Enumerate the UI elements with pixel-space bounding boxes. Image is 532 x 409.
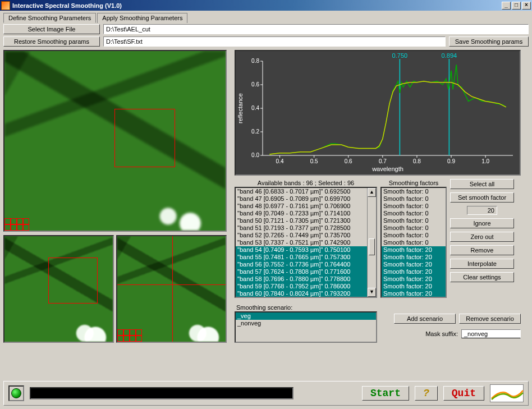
select-image-button[interactable]: Select Image File	[3, 24, 100, 34]
scenario-listbox[interactable]: _veg_nonveg	[235, 311, 377, 343]
scenario-list-item[interactable]: _veg	[236, 313, 376, 320]
band-list-item[interactable]: "band 46 [0.6833 - 0.7017 µm]" 0.692500	[236, 188, 367, 195]
mask-suffix-field[interactable]: _nonveg	[461, 329, 521, 338]
factor-list-item[interactable]: Smooth factor: 20	[382, 254, 446, 261]
band-list-item[interactable]: "band 58 [0.7696 - 0.7880 µm]" 0.778800	[236, 275, 367, 283]
band-list-item[interactable]: "band 48 [0.6977 - 0.7161 µm]" 0.706900	[236, 203, 367, 210]
minimize-button[interactable]: _	[502, 2, 511, 10]
factor-list-item[interactable]: Smooth factor: 0	[382, 203, 446, 210]
add-scenario-button[interactable]: Add scenario	[394, 314, 456, 324]
scenario-header: Smoothing scenario:	[235, 304, 377, 311]
factor-list-item[interactable]: Smooth factor: 20	[382, 283, 446, 290]
svg-text:0.6: 0.6	[251, 81, 259, 88]
tab-strip: Define Smoothing Parameters Apply Smooth…	[3, 13, 529, 23]
status-light-icon	[11, 388, 21, 398]
crosshair-h	[117, 284, 226, 285]
band-list-item[interactable]: "band 57 [0.7624 - 0.7808 µm]" 0.771600	[236, 268, 367, 275]
select-all-button[interactable]: Select all	[450, 179, 514, 189]
save-params-button[interactable]: Save Smoothing params	[449, 36, 529, 47]
start-button[interactable]: Start	[362, 386, 409, 401]
svg-text:0.8: 0.8	[251, 58, 259, 64]
scroll-up-icon[interactable]: ▲	[368, 188, 376, 197]
main-image-preview[interactable]	[3, 50, 227, 232]
svg-text:1.0: 1.0	[481, 158, 489, 164]
band-list-item[interactable]: "band 56 [0.7552 - 0.7736 µm]" 0.764400	[236, 261, 367, 268]
tab-define-smoothing[interactable]: Define Smoothing Parameters	[3, 13, 96, 23]
factor-list-item[interactable]: Smooth factor: 20	[382, 261, 446, 268]
scroll-thumb[interactable]	[369, 238, 375, 255]
help-button[interactable]: ?	[415, 386, 438, 401]
factor-list-item[interactable]: Smooth factor: 20	[382, 290, 446, 297]
ignore-button[interactable]: Ignore	[450, 218, 514, 228]
factor-list-item[interactable]: Smooth factor: 0	[382, 239, 446, 246]
svg-text:0.894: 0.894	[442, 52, 457, 59]
band-list-item[interactable]: "band 52 [0.7265 - 0.7449 µm]" 0.735700	[236, 232, 367, 239]
svg-text:reflectance: reflectance	[237, 93, 244, 123]
factor-list-item[interactable]: Smooth factor: 20	[382, 275, 446, 283]
factor-list-item[interactable]: Smooth factor: 0	[382, 232, 446, 239]
band-list-item[interactable]: "band 55 [0.7481 - 0.7665 µm]" 0.757300	[236, 254, 367, 261]
restore-params-button[interactable]: Restore Smoothing params	[3, 36, 100, 47]
factor-list-item[interactable]: Smooth factor: 0	[382, 217, 446, 224]
clear-settings-button[interactable]: Clear settings	[450, 272, 514, 282]
reflectance-chart[interactable]: 0.40.50.60.70.80.91.00.00.20.40.60.8wave…	[235, 50, 521, 176]
svg-text:wavelength: wavelength	[372, 166, 403, 172]
svg-text:0.2: 0.2	[251, 128, 259, 135]
factor-list-item[interactable]: Smooth factor: 0	[382, 195, 446, 203]
right-column: 0.40.50.60.70.80.91.00.00.20.40.60.8wave…	[235, 50, 521, 343]
svg-text:0.4: 0.4	[251, 105, 259, 111]
selection-box[interactable]	[114, 109, 175, 167]
quit-button[interactable]: Quit	[443, 386, 484, 401]
band-list-item[interactable]: "band 49 [0.7049 - 0.7233 µm]" 0.714100	[236, 210, 367, 217]
set-smooth-button[interactable]: Set smooth factor	[450, 192, 514, 203]
footer-bar: Start ? Quit	[3, 381, 529, 406]
bands-header: Available bands : 96 ; Selected : 96	[235, 179, 377, 187]
bands-scrollbar[interactable]: ▲ ▼	[367, 188, 376, 297]
factors-listbox[interactable]: Smooth factor: 0Smooth factor: 0Smooth f…	[380, 187, 447, 298]
app-icon	[1, 1, 10, 10]
svg-text:0.7: 0.7	[379, 158, 387, 164]
tab-apply-smoothing[interactable]: Apply Smoothing Parameters	[97, 13, 187, 23]
band-list-item[interactable]: "band 59 [0.7768 - 0.7952 µm]" 0.786000	[236, 283, 367, 290]
factor-list-item[interactable]: Smooth factor: 0	[382, 224, 446, 232]
zoom-thumbnail[interactable]	[116, 235, 227, 343]
crosshair-v	[172, 236, 173, 342]
factor-list-item[interactable]: Smooth factor: 20	[382, 268, 446, 275]
remove-scenario-button[interactable]: Remove scenario	[459, 314, 521, 324]
overview-selection-box[interactable]	[48, 258, 98, 304]
svg-text:0.9: 0.9	[447, 158, 455, 164]
scenario-list-item[interactable]: _nonveg	[236, 320, 376, 327]
mask-suffix-label: Mask suffix:	[425, 330, 458, 337]
svg-text:0.4: 0.4	[276, 158, 284, 164]
band-list-item[interactable]: "band 51 [0.7193 - 0.7377 µm]" 0.728500	[236, 224, 367, 232]
corner-grid-icon	[117, 329, 142, 342]
band-list-item[interactable]: "band 60 [0.7840 - 0.8024 µm]" 0.793200	[236, 290, 367, 297]
footer-logo-icon	[490, 384, 524, 402]
band-list-item[interactable]: "band 50 [0.7121 - 0.7305 µm]" 0.721300	[236, 217, 367, 224]
band-list-item[interactable]: "band 47 [0.6905 - 0.7089 µm]" 0.699700	[236, 195, 367, 203]
scroll-down-icon[interactable]: ▼	[368, 288, 376, 297]
factor-list-item[interactable]: Smooth factor: 0	[382, 210, 446, 217]
bands-listbox[interactable]: "band 46 [0.6833 - 0.7017 µm]" 0.692500"…	[235, 187, 377, 298]
corner-grid-icon	[4, 218, 29, 231]
remove-button[interactable]: Remove	[450, 245, 514, 255]
band-list-item[interactable]: "band 53 [0.7337 - 0.7521 µm]" 0.742900	[236, 239, 367, 246]
progress-bar	[30, 387, 293, 399]
factor-list-item[interactable]: Smooth factor: 20	[382, 246, 446, 254]
maximize-button[interactable]: □	[512, 2, 521, 10]
smooth-value-field[interactable]: 20	[467, 206, 497, 215]
svg-text:0.0: 0.0	[251, 152, 259, 158]
svg-text:0.5: 0.5	[310, 158, 318, 164]
zero-out-button[interactable]: Zero out	[450, 232, 514, 242]
overview-thumbnail[interactable]	[3, 235, 114, 343]
interpolate-button[interactable]: Interpolate	[450, 259, 514, 269]
band-list-item[interactable]: "band 54 [0.7409 - 0.7593 µm]" 0.750100	[236, 246, 367, 254]
image-path-field[interactable]: D:\Test\AEL_cut	[103, 24, 529, 34]
params-path-field[interactable]: D:\Test\SF.txt	[103, 36, 446, 47]
image-column	[3, 50, 230, 343]
factor-list-item[interactable]: Smooth factor: 0	[382, 188, 446, 195]
factors-header: Smoothing factors	[380, 179, 447, 187]
titlebar: Interactive Spectral Smoothing (V1.0) _ …	[0, 0, 532, 11]
window-title: Interactive Spectral Smoothing (V1.0)	[12, 2, 122, 9]
close-button[interactable]: ×	[522, 2, 531, 10]
